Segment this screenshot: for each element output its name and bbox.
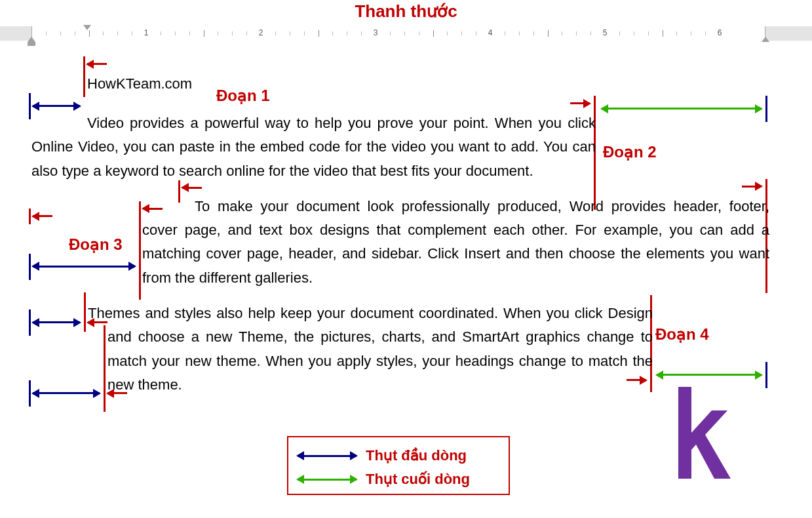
double-arrow-icon — [298, 455, 357, 457]
margin-bar-right — [765, 96, 767, 122]
ruler-number: 6 — [718, 28, 722, 37]
first-line-indent-arrow — [33, 266, 135, 268]
label-doan-3: Đoạn 3 — [69, 235, 123, 254]
hanging-indent-bar — [104, 325, 106, 412]
page-title: Thanh thước — [0, 1, 812, 22]
ruler-number: 4 — [488, 28, 493, 37]
indent-bar — [83, 56, 85, 97]
ruler-number: 5 — [603, 28, 608, 37]
ruler-number: 3 — [374, 28, 378, 37]
double-arrow-icon — [298, 479, 357, 481]
hanging-indent-arrow — [33, 392, 100, 394]
right-indent-marker[interactable] — [762, 37, 769, 42]
ruler-ticks: 123456 — [31, 26, 765, 41]
hanging-indent-marker[interactable] — [28, 37, 35, 42]
label-doan-4: Đoạn 4 — [655, 325, 709, 344]
first-line-indent-bar — [84, 292, 86, 332]
arrow-left-icon — [182, 187, 202, 189]
margin-bar — [29, 254, 31, 280]
ruler-number: 1 — [144, 28, 149, 37]
first-line-indent-arrow — [33, 321, 80, 323]
margin-bar — [29, 309, 31, 336]
document-body: HowKTeam.com Đoạn 1 Đoạn 2 Video provide… — [0, 72, 812, 397]
label-doan-1: Đoạn 1 — [216, 87, 270, 105]
arrow-left-icon — [87, 63, 107, 65]
arrow-right-icon — [742, 186, 762, 188]
legend-last-line-label: Thụt cuối dòng — [366, 471, 470, 488]
right-indent-arrow — [657, 374, 762, 376]
paragraph-2[interactable]: Video provides a powerful way to help yo… — [31, 111, 596, 183]
left-indent-bar — [139, 201, 141, 300]
ruler-number: 2 — [259, 28, 263, 37]
paragraph-4[interactable]: Themes and styles also help keep your do… — [107, 302, 653, 397]
legend-last-line: Thụt cuối dòng — [298, 468, 499, 491]
arrow-right-icon — [570, 102, 590, 104]
howkteam-logo-icon — [662, 387, 741, 479]
legend: Thụt đầu dòng Thụt cuối dòng — [287, 436, 510, 495]
paragraph-1[interactable]: HowKTeam.com — [87, 72, 766, 96]
paragraph-3[interactable]: To make your document look professionall… — [142, 195, 769, 290]
first-line-indent-arrow — [33, 105, 80, 107]
margin-bar — [29, 380, 31, 407]
ruler[interactable]: 123456 — [0, 26, 812, 51]
legend-first-line: Thụt đầu dòng — [298, 444, 499, 468]
left-indent-marker[interactable] — [28, 42, 35, 46]
label-doan-2: Đoạn 2 — [603, 143, 657, 161]
margin-bar-right — [765, 362, 767, 388]
legend-first-line-label: Thụt đầu dòng — [366, 447, 467, 464]
first-line-indent-marker[interactable] — [83, 25, 91, 30]
right-indent-arrow — [602, 108, 762, 110]
